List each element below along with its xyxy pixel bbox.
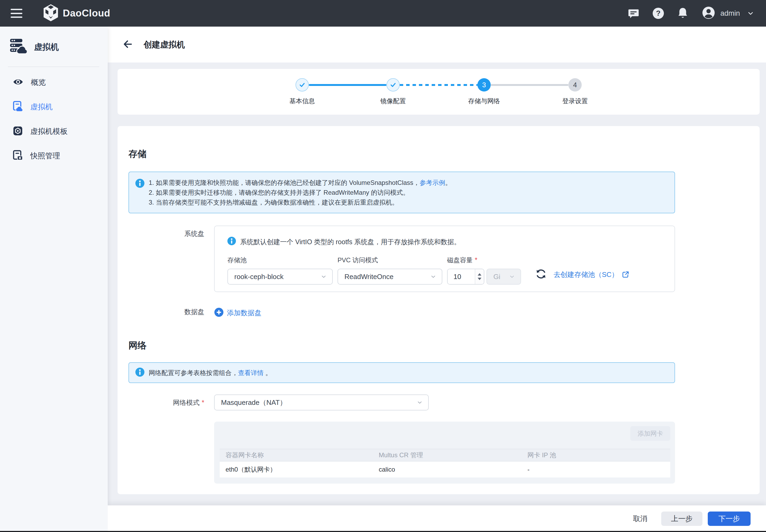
network-mode-value: Masquerade（NAT）: [221, 398, 417, 407]
storage-section-heading: 存储: [128, 148, 760, 160]
stepper-labels: 基本信息 镜像配置 存储与网络 登录设置: [118, 97, 760, 105]
bell-icon[interactable]: [677, 7, 688, 19]
refresh-icon[interactable]: [535, 268, 547, 281]
system-disk-hint: 系统默认创建一个 VirtIO 类型的 rootfs 系统盘，用于存放操作系统和…: [227, 237, 675, 247]
window-bottom-edge: [0, 531, 766, 532]
plus-circle-icon: [214, 307, 224, 318]
step-3-current: 3: [477, 78, 491, 92]
disk-capacity-group: 磁盘容量*: [447, 256, 521, 285]
daocloud-logo-icon: [43, 4, 59, 22]
storage-pool-label: 存储池: [227, 256, 333, 264]
nic-table-row: eth0（默认网卡） calico -: [220, 461, 670, 477]
notice-line-2: 2. 如果需要使用实时迁移功能，请确保您的存储支持并选择了 ReadWriteM…: [149, 188, 452, 197]
template-icon: [13, 126, 23, 137]
pvc-access-group: PVC 访问模式 ReadWriteOnce: [338, 256, 442, 285]
network-mode-label: 网络模式*: [128, 394, 204, 484]
main-area: 创建虚拟机 3 4: [108, 27, 766, 532]
storage-notice-text: 1. 如果需要使用克隆和快照功能，请确保您的存储池已经创建了对应的 Volume…: [149, 178, 452, 207]
screen: DaoCloud ? admin: [0, 0, 766, 532]
nic-toolbar: 添加网卡: [220, 426, 670, 441]
nic-col-ip-pool: 网卡 IP 池: [522, 449, 670, 461]
chevron-down-icon: [417, 399, 423, 406]
step-4-upcoming: 4: [568, 78, 582, 92]
step-label-login-settings: 登录设置: [530, 97, 621, 105]
nic-panel: 添加网卡 容器网卡名称 Multus CR 管理 网卡 IP 池: [214, 422, 675, 484]
step-2-done-icon: [386, 78, 400, 92]
step-label-storage-network: 存储与网络: [439, 97, 530, 105]
storage-pool-select[interactable]: rook-ceph-block: [227, 269, 333, 285]
content-scroll: 3 4 基本信息 镜像配置 存储与网络 登录设置 存储: [108, 63, 766, 494]
network-mode-row: 网络模式* Masquerade（NAT） 添加网卡: [128, 394, 760, 484]
create-storage-pool-link[interactable]: 去创建存储池（SC）: [553, 270, 618, 279]
capacity-unit-value: Gi: [493, 273, 509, 281]
step-connector: [400, 84, 477, 86]
nic-ip-pool-cell: -: [522, 461, 670, 477]
user-menu[interactable]: admin: [702, 6, 754, 20]
notice-line-1: 1. 如果需要使用克隆和快照功能，请确保您的存储池已经创建了对应的 Volume…: [149, 179, 420, 186]
network-mode-select[interactable]: Masquerade（NAT）: [214, 394, 429, 410]
form-card: 存储 1. 如果需要使用克隆和快照功能，请确保您的存储池已经创建了对应的 Vol…: [118, 126, 760, 494]
stepper-card: 3 4 基本信息 镜像配置 存储与网络 登录设置: [118, 69, 760, 115]
capacity-unit-select[interactable]: Gi: [486, 269, 521, 285]
disk-capacity-label: 磁盘容量*: [447, 256, 521, 264]
brand: DaoCloud: [43, 4, 110, 22]
sidebar-title: 虚拟机: [34, 41, 59, 53]
page-titlebar: 创建虚拟机: [108, 27, 766, 63]
network-notice: 网络配置可参考表格按需组合，查看详情 。: [128, 362, 675, 383]
sidebar-header: 虚拟机: [0, 27, 108, 55]
notice-line-1-suffix: 。: [445, 179, 452, 186]
disk-capacity-input[interactable]: [448, 269, 474, 284]
step-1-done-icon: [295, 78, 309, 92]
hamburger-icon[interactable]: [11, 9, 22, 18]
storage-pool-group: 存储池 rook-ceph-block: [227, 256, 333, 285]
cancel-button[interactable]: 取消: [633, 514, 647, 523]
system-disk-label: 系统盘: [128, 226, 204, 292]
sidebar-item-label: 虚拟机模板: [30, 126, 68, 136]
sidebar-item-vm-template[interactable]: 虚拟机模板: [0, 119, 108, 144]
chevron-down-icon: [320, 273, 327, 280]
step-label-image-config: 镜像配置: [348, 97, 439, 105]
sidebar-item-snapshots[interactable]: 快照管理: [0, 144, 108, 168]
data-disk-label: 数据盘: [128, 305, 204, 318]
nic-col-multus: Multus CR 管理: [373, 449, 522, 461]
pvc-access-label: PVC 访问模式: [338, 256, 442, 264]
nic-table-header-row: 容器网卡名称 Multus CR 管理 网卡 IP 池: [220, 449, 670, 461]
add-nic-button[interactable]: 添加网卡: [630, 426, 670, 441]
add-data-disk-button[interactable]: 添加数据盘: [214, 305, 261, 318]
back-arrow-icon[interactable]: [122, 39, 133, 51]
wizard-footer: 取消 上一步 下一步: [108, 505, 766, 532]
sidebar-item-label: 快照管理: [30, 151, 60, 161]
pvc-access-select[interactable]: ReadWriteOnce: [338, 269, 442, 285]
network-notice-suffix: 。: [264, 369, 272, 376]
info-icon: [135, 179, 144, 207]
previous-step-button[interactable]: 上一步: [661, 512, 702, 526]
data-disk-row: 数据盘 添加数据盘: [128, 305, 760, 318]
storage-notice: 1. 如果需要使用克隆和快照功能，请确保您的存储池已经创建了对应的 Volume…: [128, 172, 675, 213]
chevron-down-icon: [430, 273, 436, 280]
page-title: 创建虚拟机: [144, 39, 185, 50]
reference-example-link[interactable]: 参考示例: [420, 179, 445, 186]
number-spinner[interactable]: [475, 269, 484, 284]
next-step-button[interactable]: 下一步: [708, 512, 751, 526]
step-connector: [491, 84, 568, 86]
sidebar-item-label: 虚拟机: [30, 102, 53, 112]
disk-capacity-input-wrap: [447, 269, 484, 285]
chevron-down-icon: [509, 273, 515, 280]
topbar-actions: ? admin: [615, 6, 754, 20]
system-disk-hint-text: 系统默认创建一个 VirtIO 类型的 rootfs 系统盘，用于存放操作系统和…: [240, 238, 461, 246]
sidebar-item-overview[interactable]: 概览: [0, 70, 108, 95]
stepper-track: 3 4: [118, 78, 760, 92]
notice-line-3: 3. 当前存储类型可能不支持热增减磁盘，为确保数据准确性，建议在更新后重启虚拟机…: [149, 197, 452, 207]
view-details-link[interactable]: 查看详情: [238, 369, 264, 376]
system-disk-box: 系统默认创建一个 VirtIO 类型的 rootfs 系统盘，用于存放操作系统和…: [214, 226, 675, 292]
sidebar-item-vm[interactable]: 虚拟机: [0, 95, 108, 119]
nic-multus-cell: calico: [373, 461, 522, 477]
vm-module-icon: [10, 39, 27, 55]
avatar: [702, 6, 715, 20]
pvc-access-value: ReadWriteOnce: [344, 273, 430, 281]
step-connector: [309, 84, 386, 86]
chevron-down-icon: [747, 10, 754, 17]
help-icon[interactable]: ?: [652, 7, 664, 19]
message-icon[interactable]: [628, 7, 639, 19]
add-data-disk-link[interactable]: 添加数据盘: [227, 308, 261, 318]
